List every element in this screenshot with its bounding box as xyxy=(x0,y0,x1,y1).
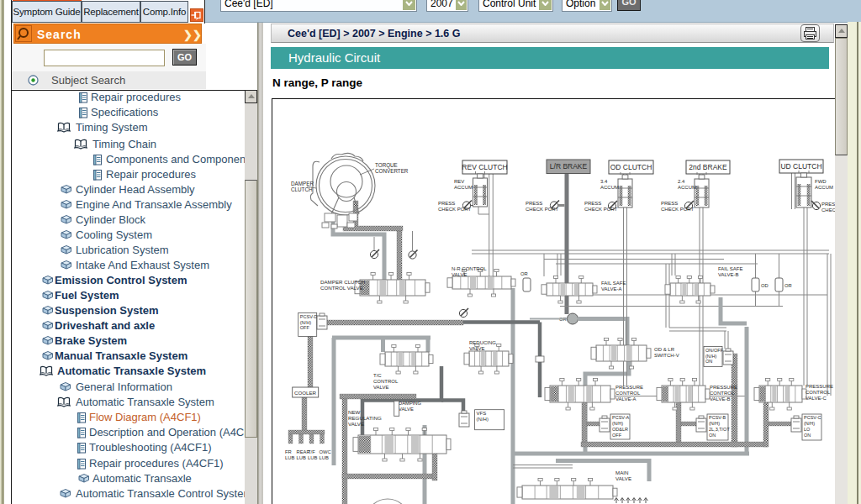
svg-text:PRESS: PRESS xyxy=(438,201,455,206)
svg-text:OD&LR: OD&LR xyxy=(612,427,628,432)
svg-text:FAIL SAFE: FAIL SAFE xyxy=(718,266,742,271)
svg-text:ON/OFF: ON/OFF xyxy=(705,348,724,353)
svg-text:3.4: 3.4 xyxy=(600,179,608,184)
svg-text:OD: OD xyxy=(761,283,769,288)
svg-text:REV: REV xyxy=(454,179,464,184)
svg-text:ACCUM: ACCUM xyxy=(678,185,696,190)
svg-text:VALVE-A: VALVE-A xyxy=(615,396,636,402)
svg-text:PCSV-D: PCSV-D xyxy=(300,314,318,319)
svg-text:LUB: LUB xyxy=(285,455,294,460)
svg-text:VFS: VFS xyxy=(477,411,487,416)
svg-text:(N/H): (N/H) xyxy=(300,320,311,325)
svg-text:OWC: OWC xyxy=(320,449,331,454)
svg-text:CHECK PORT: CHECK PORT xyxy=(661,207,695,212)
svg-text:T/F: T/F xyxy=(308,449,315,454)
svg-text:ON: ON xyxy=(709,433,716,438)
svg-text:VALVE: VALVE xyxy=(615,475,631,481)
svg-text:2nd BRAKE: 2nd BRAKE xyxy=(689,163,727,171)
svg-text:DAMPER: DAMPER xyxy=(291,181,314,186)
svg-text:CONTROL: CONTROL xyxy=(806,390,831,395)
svg-text:LO: LO xyxy=(804,427,811,432)
svg-text:PRESS: PRESS xyxy=(661,201,678,206)
svg-text:(N/H): (N/H) xyxy=(705,354,716,359)
svg-text:CLUTCH: CLUTCH xyxy=(291,186,313,192)
svg-text:VALVE-C: VALVE-C xyxy=(806,396,827,401)
svg-text:(N/H): (N/H) xyxy=(612,421,623,426)
svg-text:MAIN: MAIN xyxy=(615,470,628,475)
svg-text:CHECK: CHECK xyxy=(821,207,836,213)
svg-text:DAMPER CLUTCH: DAMPER CLUTCH xyxy=(320,279,365,285)
svg-text:N-R CONTROL: N-R CONTROL xyxy=(452,266,487,271)
svg-text:PRESSURE: PRESSURE xyxy=(710,385,737,390)
svg-text:(N/H): (N/H) xyxy=(709,421,720,426)
svg-text:VALVE: VALVE xyxy=(469,346,484,351)
svg-text:LUB: LUB xyxy=(297,455,306,460)
svg-text:OD & LR: OD & LR xyxy=(654,347,675,352)
svg-text:VALVE: VALVE xyxy=(399,407,414,412)
svg-text:CHECK PORT: CHECK PORT xyxy=(438,207,472,212)
svg-text:PRESS: PRESS xyxy=(584,201,601,206)
svg-text:ON: ON xyxy=(705,359,712,364)
svg-text:OD CLUTCH: OD CLUTCH xyxy=(610,163,652,171)
svg-text:L/R BRAKE: L/R BRAKE xyxy=(550,162,588,171)
svg-text:REGULATING: REGULATING xyxy=(348,415,382,421)
svg-text:LUB: LUB xyxy=(308,455,317,460)
svg-text:(N/H): (N/H) xyxy=(804,421,815,426)
svg-text:2.4: 2.4 xyxy=(678,179,685,184)
svg-text:PCSV-C: PCSV-C xyxy=(804,415,821,420)
svg-text:CHECK PORT: CHECK PORT xyxy=(584,207,618,212)
svg-text:COOLER: COOLER xyxy=(294,390,317,396)
svg-text:VALVE-A: VALVE-A xyxy=(601,286,621,291)
svg-text:OR: OR xyxy=(784,283,792,288)
svg-text:CONVERTER: CONVERTER xyxy=(375,168,409,174)
svg-text:PRESS: PRESS xyxy=(526,201,542,206)
svg-text:2L,3,T/OT: 2L,3,T/OT xyxy=(709,427,730,432)
svg-text:CONTROL: CONTROL xyxy=(710,391,735,396)
svg-text:VALVE-B: VALVE-B xyxy=(718,272,738,277)
svg-text:OR: OR xyxy=(520,271,528,276)
svg-text:VALVE: VALVE xyxy=(373,385,388,390)
svg-text:CHECK PORT: CHECK PORT xyxy=(526,207,559,212)
svg-text:CONTROL: CONTROL xyxy=(373,379,399,384)
svg-text:FWD: FWD xyxy=(815,179,827,184)
svg-text:ACCUM: ACCUM xyxy=(815,185,833,190)
svg-text:REV CLUTCH: REV CLUTCH xyxy=(462,163,507,171)
svg-text:(N/H): (N/H) xyxy=(477,417,489,422)
svg-text:ACCUM: ACCUM xyxy=(454,185,473,190)
svg-text:NEW: NEW xyxy=(348,409,361,415)
svg-text:T/C: T/C xyxy=(373,373,382,378)
svg-text:ON: ON xyxy=(804,433,811,438)
svg-text:VALVE: VALVE xyxy=(348,421,364,427)
svg-text:VALVE: VALVE xyxy=(452,272,467,277)
svg-text:CONTROL VALVE: CONTROL VALVE xyxy=(320,285,363,291)
svg-text:LUB: LUB xyxy=(320,455,329,460)
svg-text:PCSV-A: PCSV-A xyxy=(612,415,630,420)
svg-text:DAMPING: DAMPING xyxy=(399,401,422,406)
svg-text:ACCUM: ACCUM xyxy=(600,185,619,190)
svg-text:PRESSURE: PRESSURE xyxy=(615,385,643,390)
svg-text:SWITCH-V: SWITCH-V xyxy=(654,353,679,358)
svg-text:FAIL SAFE: FAIL SAFE xyxy=(601,281,626,286)
svg-text:OFF: OFF xyxy=(612,433,622,438)
svg-text:FR: FR xyxy=(285,449,292,454)
svg-text:PRESSURE: PRESSURE xyxy=(806,384,833,389)
svg-text:PCSV-B: PCSV-B xyxy=(709,415,726,420)
svg-text:UD CLUTCH: UD CLUTCH xyxy=(780,162,821,171)
svg-text:OFF: OFF xyxy=(300,325,310,330)
svg-text:CONTROL: CONTROL xyxy=(615,391,641,396)
svg-text:PRESS: PRESS xyxy=(821,202,836,207)
svg-text:REDUCING: REDUCING xyxy=(469,340,496,345)
svg-text:VALVE-B: VALVE-B xyxy=(710,396,730,402)
